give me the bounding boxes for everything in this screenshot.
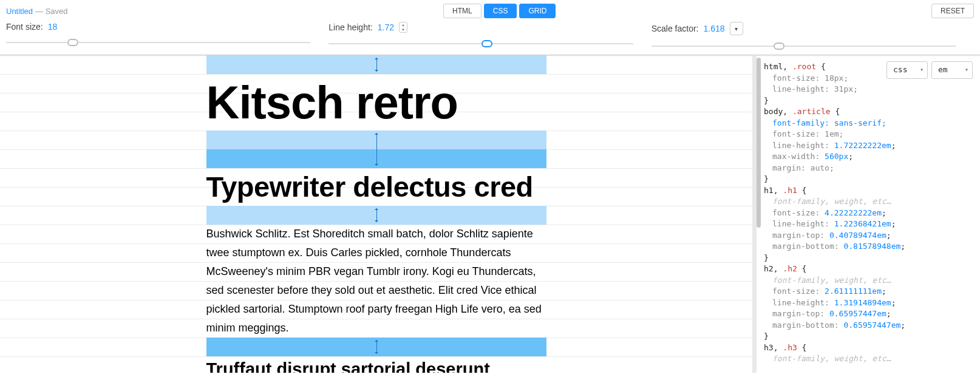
font-size-slider-thumb[interactable] <box>67 39 78 46</box>
article-preview: Kitsch retro Typewriter delectus cred Bu… <box>206 55 546 373</box>
tab-grid[interactable]: GRID <box>519 4 556 18</box>
scale-factor-slider[interactable] <box>652 40 974 52</box>
main-area: Kitsch retro Typewriter delectus cred Bu… <box>0 55 980 373</box>
h3-margin-top-indicator <box>206 338 546 356</box>
chevron-up-icon: ▲ <box>400 22 407 27</box>
code-output-selectors: css em <box>886 61 973 79</box>
preview-pane[interactable]: Kitsch retro Typewriter delectus cred Bu… <box>0 55 752 373</box>
chevron-down-icon: ▼ <box>400 27 407 32</box>
arrow-icon <box>376 340 377 354</box>
scale-factor-value[interactable]: 1.618 <box>703 24 724 33</box>
code-scrollbar[interactable] <box>757 58 761 228</box>
document-title-area: Untitled — Saved <box>6 7 68 16</box>
line-height-slider-thumb[interactable] <box>481 40 492 47</box>
code-output[interactable]: html, .root { font-size: 18px; line-heig… <box>764 61 973 365</box>
controls-row: Font size: 18 Line height: 1.72 ▲▼ Scale… <box>0 22 980 55</box>
scale-factor-dropdown[interactable]: ▾ <box>730 22 743 35</box>
code-panel: css em html, .root { font-size: 18px; li… <box>752 55 980 373</box>
font-size-slider[interactable] <box>6 36 328 49</box>
h2-margin-bottom-indicator <box>206 206 546 225</box>
font-size-label: Font size: <box>6 22 43 32</box>
view-toggle-group: HTML CSS GRID <box>68 4 931 18</box>
line-height-label: Line height: <box>328 22 372 32</box>
document-title-link[interactable]: Untitled <box>6 7 33 16</box>
top-bar: Untitled — Saved HTML CSS GRID RESET <box>0 0 980 22</box>
line-height-value[interactable]: 1.72 <box>378 22 394 32</box>
scale-factor-slider-thumb[interactable] <box>774 42 784 50</box>
preview-h2: Typewriter delectus cred <box>206 168 546 206</box>
document-saved-status: — Saved <box>35 7 67 16</box>
font-size-control: Font size: 18 <box>6 22 328 52</box>
arrow-icon <box>376 208 377 222</box>
arrow-icon <box>376 58 377 72</box>
arrow-icon <box>376 133 377 166</box>
line-height-stepper[interactable]: ▲▼ <box>399 22 407 33</box>
line-height-control: Line height: 1.72 ▲▼ <box>328 22 651 52</box>
h1-margin-top-indicator <box>206 55 546 74</box>
scale-factor-label: Scale factor: <box>652 24 699 33</box>
scale-factor-control: Scale factor: 1.618 ▾ <box>652 22 974 52</box>
tab-css[interactable]: CSS <box>484 4 517 18</box>
unit-select[interactable]: em <box>931 61 973 79</box>
preview-h1: Kitsch retro <box>206 74 546 131</box>
font-size-value[interactable]: 18 <box>48 22 58 32</box>
preview-paragraph: Bushwick Schlitz. Est Shoreditch small b… <box>206 225 546 338</box>
preview-h3: Truffaut disrupt sartorial deserunt <box>206 356 546 373</box>
line-height-slider[interactable] <box>328 38 651 50</box>
h1-margin-bottom-indicator <box>206 131 546 168</box>
chevron-down-icon: ▾ <box>735 25 738 32</box>
format-select[interactable]: css <box>886 61 928 79</box>
reset-button[interactable]: RESET <box>931 4 974 18</box>
tab-html[interactable]: HTML <box>443 4 481 18</box>
